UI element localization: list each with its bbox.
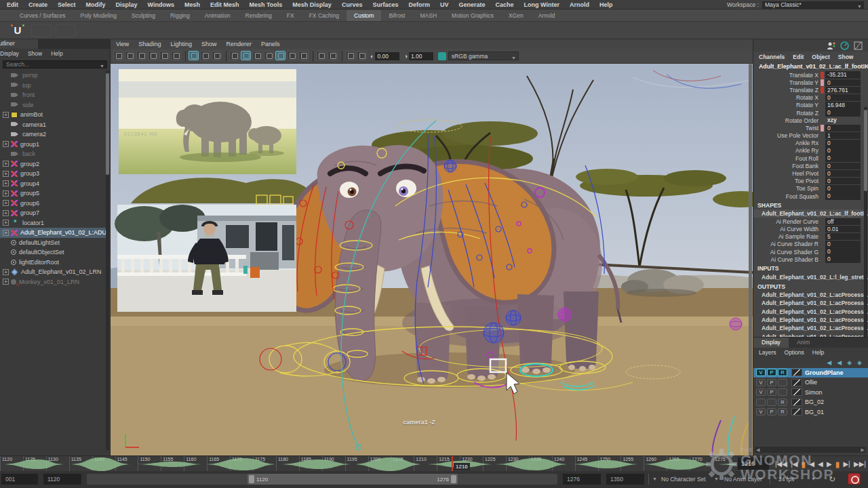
- scroll-up-icon[interactable]: ▲: [862, 63, 867, 68]
- viewport-toolbar-button[interactable]: [200, 51, 210, 60]
- layer-menu-item[interactable]: Layers: [759, 349, 776, 356]
- time-slider[interactable]: 1120112511301135114011451150115511601165…: [0, 455, 868, 471]
- layer-playback-toggle[interactable]: P: [767, 369, 776, 376]
- channel-row[interactable]: Use Pole Vector 1: [753, 132, 868, 140]
- viewport-toolbar-button[interactable]: [357, 51, 367, 60]
- 3d-scene[interactable]: camera1 -Z 0213541 HD: [111, 64, 753, 455]
- expand-toggle-icon[interactable]: +: [3, 269, 9, 275]
- range-handle-right[interactable]: [451, 475, 456, 483]
- shelf-tab[interactable]: MASH: [412, 10, 444, 21]
- speedometer-icon[interactable]: [840, 41, 849, 50]
- expand-toggle-icon[interactable]: +: [3, 161, 9, 167]
- channelbox-scrollbar[interactable]: [864, 107, 867, 365]
- character-set-icon[interactable]: [827, 41, 835, 50]
- menu-item[interactable]: Curves: [342, 1, 363, 8]
- channel-row[interactable]: Rotate Y 16.948: [753, 102, 868, 109]
- channel-value-field[interactable]: 0: [825, 155, 861, 162]
- colorspace-dropdown[interactable]: sRGB gamma▼: [438, 52, 519, 60]
- animation-end-field[interactable]: 1350: [606, 474, 644, 485]
- channelbox-menu-item[interactable]: Edit: [793, 54, 804, 60]
- layer-color-swatch[interactable]: [791, 379, 802, 386]
- layer-playback-toggle[interactable]: P: [767, 379, 776, 386]
- outliner-menu-item[interactable]: Display: [0, 50, 19, 57]
- range-handle-left[interactable]: [249, 475, 254, 483]
- viewport-toolbar-button[interactable]: [185, 51, 186, 62]
- output-node[interactable]: Adult_Elephant_v01_02_L:acProcess...: [753, 324, 868, 332]
- layer-editor-tab[interactable]: Anim: [789, 338, 818, 348]
- shelf-tab[interactable]: Custom: [347, 10, 381, 21]
- anim-layer-selector[interactable]: No Anim Layer: [724, 474, 762, 485]
- menu-item[interactable]: Generate: [458, 1, 485, 8]
- layer-color-swatch[interactable]: [791, 369, 802, 376]
- outliner-search-input[interactable]: Search... ▼: [3, 60, 107, 68]
- viewport-menu-item[interactable]: View: [116, 41, 129, 47]
- expand-toggle-icon[interactable]: +: [3, 171, 9, 177]
- scroll-right-icon[interactable]: ▶: [861, 447, 865, 453]
- menu-item[interactable]: Mesh: [184, 1, 200, 8]
- channel-value-field[interactable]: 0: [825, 241, 861, 248]
- layer-row[interactable]: V P R GroundPlane: [753, 368, 868, 378]
- step-back-key-button[interactable]: |◀: [791, 458, 797, 471]
- outliner-item[interactable]: + locator1: [0, 218, 106, 228]
- outliner-item[interactable]: + lightEditorRoot: [0, 258, 106, 268]
- outliner-item[interactable]: + defaultObjectSet: [0, 247, 106, 258]
- layer-playback-toggle[interactable]: [767, 399, 776, 406]
- shelf-tab[interactable]: Bifrost: [381, 10, 412, 21]
- expand-toggle-icon[interactable]: +: [3, 210, 9, 216]
- outliner-tab[interactable]: Outliner: [0, 39, 38, 49]
- viewport-toolbar-button[interactable]: [342, 51, 342, 62]
- outliner-item[interactable]: + Adult_Elephant_v01_02_L:ADULT_ELE: [0, 228, 106, 238]
- scroll-left-icon[interactable]: ◀: [756, 447, 760, 453]
- layer-editor-tab[interactable]: Display: [753, 338, 789, 348]
- layer-reference-toggle[interactable]: R: [778, 399, 787, 406]
- output-node[interactable]: Adult_Elephant_v01_02_L:acProcess...: [753, 299, 868, 307]
- channel-row[interactable]: Translate X -35.231: [753, 71, 868, 79]
- channel-value-field[interactable]: 1: [825, 132, 861, 140]
- menu-item[interactable]: Help: [599, 1, 613, 8]
- menu-item[interactable]: Windows: [148, 1, 174, 8]
- viewport-toolbar-button[interactable]: [212, 51, 222, 60]
- shelf-tab[interactable]: Poly Modeling: [73, 10, 124, 21]
- outliner-item[interactable]: + group2: [0, 159, 106, 169]
- layer-reference-toggle[interactable]: [778, 379, 787, 386]
- viewport-toolbar-button[interactable]: [159, 51, 170, 60]
- animbot-shelf-icon[interactable]: U: [9, 24, 26, 37]
- shelf-tab[interactable]: Rendering: [238, 10, 279, 21]
- shelf-tab[interactable]: FX: [279, 10, 302, 21]
- menu-item[interactable]: Edit Mesh: [210, 1, 239, 8]
- viewport-toolbar-button[interactable]: [328, 51, 338, 60]
- viewport-toolbar-button[interactable]: [226, 51, 226, 62]
- menu-item[interactable]: Display: [116, 1, 138, 8]
- play-backwards-button[interactable]: ◀: [818, 458, 823, 471]
- channel-row[interactable]: Toe Spin 0: [753, 185, 868, 192]
- viewport-menu-item[interactable]: Panels: [261, 41, 280, 47]
- channel-value-field[interactable]: 0: [825, 170, 861, 178]
- channel-value-field[interactable]: 0: [825, 147, 861, 155]
- outliner-item[interactable]: + Adult_Elephant_v01_02_LRN: [0, 267, 106, 277]
- channel-row[interactable]: Heel Pivot 0: [753, 169, 868, 177]
- chevron-down-icon[interactable]: ▼: [714, 476, 719, 481]
- viewport-toolbar-button[interactable]: [316, 51, 326, 60]
- channel-value-field[interactable]: 0: [825, 256, 861, 263]
- channel-row[interactable]: Translate Z 276.761: [753, 86, 868, 94]
- viewport-toolbar-button[interactable]: [229, 51, 239, 60]
- viewport-toolbar-button[interactable]: [287, 51, 297, 60]
- viewport-toolbar-button[interactable]: [125, 51, 135, 60]
- menu-item[interactable]: Modify: [86, 1, 106, 8]
- shelf-tab[interactable]: Rigging: [163, 10, 197, 21]
- layer-visibility-toggle[interactable]: [756, 399, 766, 406]
- outliner-item[interactable]: + group7: [0, 208, 106, 218]
- viewport-toolbar-button[interactable]: [189, 51, 199, 60]
- viewport-menu-item[interactable]: Show: [201, 41, 217, 47]
- empty-layer-icon[interactable]: ◈: [847, 359, 852, 366]
- channel-value-field[interactable]: 5: [825, 233, 861, 241]
- channel-value-field[interactable]: 16.948: [825, 102, 861, 109]
- menu-item[interactable]: Deform: [408, 1, 430, 8]
- shelf-tab[interactable]: Animation: [197, 10, 238, 21]
- layer-playback-toggle[interactable]: P: [767, 388, 776, 396]
- chevron-down-icon[interactable]: ▼: [652, 476, 657, 481]
- viewport-menu-item[interactable]: Lighting: [170, 41, 192, 47]
- layer-row[interactable]: R BG_02: [753, 398, 868, 407]
- viewport-toolbar-button[interactable]: [264, 51, 274, 60]
- auto-keyframe-button[interactable]: [848, 473, 861, 485]
